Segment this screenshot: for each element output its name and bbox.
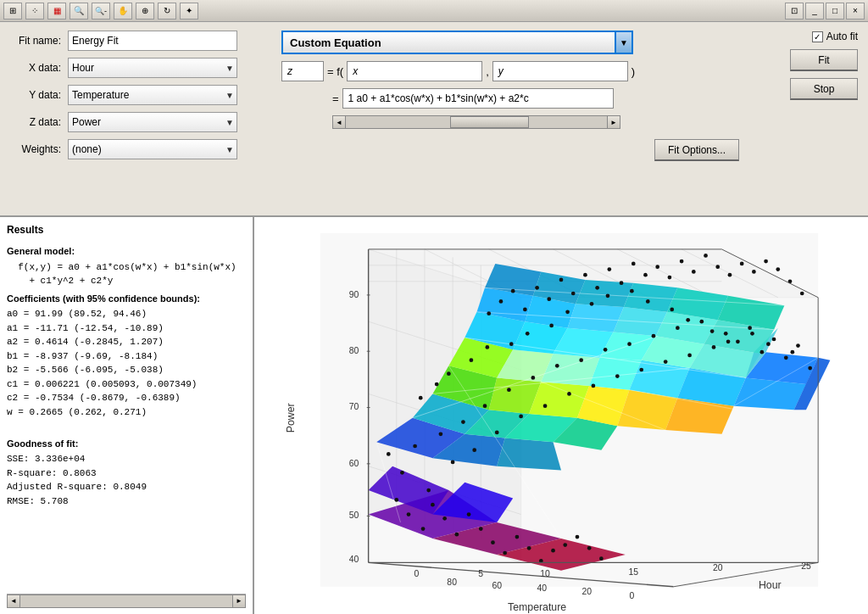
svg-point-105 xyxy=(760,350,764,354)
svg-point-95 xyxy=(639,368,643,372)
formula-scroll-left-button[interactable]: ◄ xyxy=(332,115,346,129)
minimize-button[interactable]: _ xyxy=(805,3,824,20)
pan-icon[interactable]: ✋ xyxy=(114,3,132,20)
fit-button[interactable]: Fit xyxy=(790,49,858,71)
y-data-row: Y data: Temperature ▼ xyxy=(10,85,264,105)
svg-point-101 xyxy=(712,345,716,349)
svg-point-165 xyxy=(606,293,610,298)
svg-point-112 xyxy=(421,527,426,531)
svg-point-76 xyxy=(413,444,417,449)
y-variable-box[interactable]: y xyxy=(492,61,628,81)
svg-point-84 xyxy=(507,388,511,392)
results-scroll-left-button[interactable]: ◄ xyxy=(7,594,20,608)
x-data-select-wrapper: Hour ▼ xyxy=(68,58,237,78)
svg-point-171 xyxy=(726,339,731,343)
x-data-label: X data: xyxy=(10,62,61,74)
svg-point-160 xyxy=(509,342,514,346)
svg-point-90 xyxy=(579,358,583,362)
svg-point-158 xyxy=(470,358,474,362)
svg-point-157 xyxy=(447,371,451,376)
svg-point-162 xyxy=(549,324,554,328)
svg-point-155 xyxy=(419,396,423,400)
zoom-out-icon[interactable]: 🔍- xyxy=(92,3,110,20)
rmse-value: RMSE: 5.708 xyxy=(7,494,246,509)
svg-point-108 xyxy=(796,343,800,348)
fit-options-button[interactable]: Fit Options... xyxy=(654,139,739,161)
right-panel: ✓ Auto fit Fit Stop xyxy=(756,31,858,207)
svg-point-131 xyxy=(523,308,527,312)
svg-text:5: 5 xyxy=(478,569,483,578)
svg-point-140 xyxy=(632,262,636,266)
svg-point-92 xyxy=(604,348,608,352)
results-scroll-track[interactable] xyxy=(20,594,232,608)
z-data-select[interactable]: Power xyxy=(68,112,237,132)
svg-point-83 xyxy=(495,431,499,435)
svg-text:70: 70 xyxy=(349,402,359,411)
y-data-select[interactable]: Temperature xyxy=(68,85,237,105)
restore-button[interactable]: ⊡ xyxy=(785,3,804,20)
zoom-in-icon[interactable]: 🔍 xyxy=(70,3,88,20)
svg-point-113 xyxy=(431,503,435,507)
formula-box[interactable]: 1 a0 + a1*cos(w*x) + b1*sin(w*x) + a2*c xyxy=(342,88,614,109)
scatter-icon[interactable]: ⁘ xyxy=(25,3,44,20)
formula-scroll-track[interactable] xyxy=(346,115,607,129)
svg-point-128 xyxy=(487,311,491,315)
coeff-b2: b2 = -5.566 (-6.095, -5.038) xyxy=(7,363,246,377)
svg-text:80: 80 xyxy=(349,346,359,355)
close-button[interactable]: × xyxy=(846,3,865,20)
svg-text:80: 80 xyxy=(447,578,457,587)
svg-point-137 xyxy=(595,286,599,290)
svg-point-163 xyxy=(565,310,570,314)
autofit-label: Auto fit xyxy=(826,31,858,42)
formula-scroll-thumb[interactable] xyxy=(450,116,528,128)
svg-point-129 xyxy=(499,299,504,304)
results-content: General model: f(x,y) = a0 + a1*cos(w*x)… xyxy=(7,241,246,594)
weights-select[interactable]: (none) xyxy=(68,139,237,159)
window-controls: ⊡ _ □ × xyxy=(785,3,865,20)
svg-point-93 xyxy=(615,374,620,378)
stop-button[interactable]: Stop xyxy=(790,78,858,100)
svg-point-79 xyxy=(451,460,455,465)
x-variable-box[interactable]: x xyxy=(347,61,482,81)
left-form: Fit name: X data: Hour ▼ Y data: Tempera… xyxy=(10,31,264,207)
svg-point-85 xyxy=(519,415,523,419)
equation-type-select[interactable]: Custom Equation xyxy=(281,31,616,54)
top-panel: Fit name: X data: Hour ▼ Y data: Tempera… xyxy=(0,22,868,217)
results-scroll-right-button[interactable]: ► xyxy=(232,594,246,608)
coeff-w: w = 0.2665 (0.262, 0.271) xyxy=(7,405,246,420)
z-var-label: z xyxy=(287,65,292,77)
svg-point-124 xyxy=(563,543,567,547)
grid-icon[interactable]: ⊞ xyxy=(3,3,22,20)
equation-formula-row: = 1 a0 + a1*cos(w*x) + b1*sin(w*x) + a2*… xyxy=(332,88,739,109)
x-data-row: X data: Hour ▼ xyxy=(10,58,264,78)
rotate-icon[interactable]: ↻ xyxy=(158,3,176,20)
results-panel: Results General model: f(x,y) = a0 + a1*… xyxy=(0,217,254,614)
maximize-button[interactable]: □ xyxy=(826,3,844,20)
equation-dropdown-arrow-icon[interactable]: ▼ xyxy=(616,31,633,54)
svg-point-97 xyxy=(664,360,668,364)
data-cursor-icon[interactable]: ⊕ xyxy=(136,3,154,20)
equation-lhs-row: z = f( x , y ) xyxy=(281,61,739,81)
svg-text:10: 10 xyxy=(540,569,550,578)
x-data-select[interactable]: Hour xyxy=(68,58,237,78)
svg-point-125 xyxy=(576,535,580,539)
z-variable-box[interactable]: z xyxy=(281,61,324,81)
close-paren-label: ) xyxy=(632,65,635,78)
formula-scroll-right-button[interactable]: ► xyxy=(607,115,620,129)
svg-point-135 xyxy=(571,292,576,296)
autofit-checkbox[interactable]: ✓ xyxy=(812,31,823,42)
insert-data-icon[interactable]: ✦ xyxy=(180,3,198,20)
main-content: Fit name: X data: Hour ▼ Y data: Tempera… xyxy=(0,22,868,614)
y-var-label: y xyxy=(498,65,504,77)
svg-point-130 xyxy=(511,289,515,293)
svg-point-104 xyxy=(748,326,752,330)
svg-point-106 xyxy=(772,338,776,342)
svg-point-169 xyxy=(686,318,690,322)
svg-point-117 xyxy=(479,527,483,531)
fit-name-label: Fit name: xyxy=(10,35,61,47)
weights-row: Weights: (none) ▼ xyxy=(10,139,264,159)
svg-point-142 xyxy=(655,265,659,269)
colormap-icon[interactable]: ▦ xyxy=(47,3,66,20)
fit-name-input[interactable] xyxy=(68,31,237,51)
fit-options-row: Fit Options... xyxy=(281,139,739,161)
